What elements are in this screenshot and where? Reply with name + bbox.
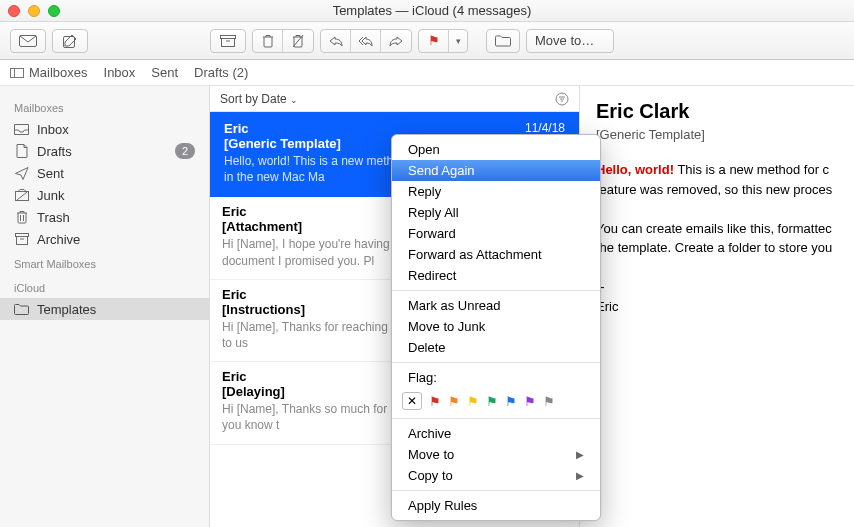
ctx-mark-unread[interactable]: Mark as Unread — [392, 295, 600, 316]
archive-icon — [220, 35, 236, 47]
ctx-move-to[interactable]: Move to▶ — [392, 444, 600, 465]
sort-dropdown[interactable]: Sort by Date ⌄ — [220, 92, 298, 106]
reader-body-text: feature was removed, so this new proces — [596, 182, 832, 197]
flag-dropdown[interactable]: ▾ — [449, 30, 467, 52]
reader-subject: [Generic Template] — [596, 127, 838, 142]
chevron-down-icon: ⌄ — [290, 95, 298, 105]
message-date: 11/4/18 — [525, 121, 565, 135]
forward-button[interactable] — [381, 30, 411, 52]
ctx-flag-purple[interactable]: ⚑ — [524, 394, 536, 409]
sidebar-item-label: Sent — [37, 166, 195, 181]
toolbar: ⚑ ▾ Move to… — [0, 22, 854, 60]
svg-rect-3 — [222, 38, 235, 46]
favorites-bar: Mailboxes Inbox Sent Drafts (2) — [0, 60, 854, 86]
ctx-flag-gray[interactable]: ⚑ — [543, 394, 555, 409]
reader-from: Eric Clark — [596, 100, 838, 123]
sidebar-item-templates[interactable]: Templates — [0, 298, 209, 320]
ctx-flag-red[interactable]: ⚑ — [429, 394, 441, 409]
ctx-archive[interactable]: Archive — [392, 423, 600, 444]
minimize-window-button[interactable] — [28, 5, 40, 17]
sidebar-item-inbox[interactable]: Inbox — [0, 118, 209, 140]
ctx-flag-green[interactable]: ⚑ — [486, 394, 498, 409]
submenu-arrow-icon: ▶ — [576, 449, 584, 460]
filter-button[interactable] — [555, 92, 569, 106]
ctx-label: Forward as Attachment — [408, 247, 542, 262]
sidebar-item-sent[interactable]: Sent — [0, 162, 209, 184]
ctx-label: Delete — [408, 340, 446, 355]
reader-hello: Hello, world! — [596, 162, 674, 177]
ctx-flag-blue[interactable]: ⚑ — [505, 394, 517, 409]
flag-button[interactable]: ⚑ — [419, 30, 449, 52]
ctx-flag-yellow[interactable]: ⚑ — [467, 394, 479, 409]
ctx-flag-clear[interactable]: ✕ — [402, 392, 422, 410]
drafts-badge: 2 — [175, 143, 195, 159]
sidebar-header-mailboxes: Mailboxes — [0, 98, 209, 118]
folder-move-icon — [495, 35, 511, 47]
close-window-button[interactable] — [8, 5, 20, 17]
trash-icon — [262, 34, 274, 48]
envelope-icon — [19, 35, 37, 47]
move-folder-icon-button[interactable] — [486, 29, 520, 53]
sent-icon — [14, 167, 29, 179]
reader-body-text: the template. Create a folder to store y… — [596, 240, 832, 255]
ctx-open[interactable]: Open — [392, 139, 600, 160]
sidebar-toggle-icon — [10, 68, 24, 78]
reader-body-text: You can create emails like this, formatt… — [596, 221, 832, 236]
ctx-label: Reply — [408, 184, 441, 199]
ctx-redirect[interactable]: Redirect — [392, 265, 600, 286]
get-mail-button[interactable] — [10, 29, 46, 53]
reply-icon — [329, 36, 343, 46]
favbar-mailboxes[interactable]: Mailboxes — [10, 65, 88, 80]
sidebar-header-smart: Smart Mailboxes — [0, 254, 209, 274]
flag-group[interactable]: ⚑ ▾ — [418, 29, 468, 53]
reply-all-button[interactable] — [351, 30, 381, 52]
move-to-dropdown[interactable]: Move to… — [526, 29, 614, 53]
ctx-delete[interactable]: Delete — [392, 337, 600, 358]
sidebar-item-trash[interactable]: Trash — [0, 206, 209, 228]
junk-box-icon — [14, 189, 29, 201]
ctx-flag-orange[interactable]: ⚑ — [448, 394, 460, 409]
sidebar-item-label: Junk — [37, 188, 195, 203]
reader-body: Hello, world! This is a new method for c… — [596, 160, 838, 316]
sidebar-item-archive[interactable]: Archive — [0, 228, 209, 250]
reply-group — [320, 29, 412, 53]
ctx-flag-label: Flag: — [392, 367, 600, 388]
favbar-sent[interactable]: Sent — [151, 65, 178, 80]
sidebar-item-label: Drafts — [37, 144, 167, 159]
ctx-reply-all[interactable]: Reply All — [392, 202, 600, 223]
inbox-icon — [14, 123, 29, 135]
ctx-apply-rules[interactable]: Apply Rules — [392, 495, 600, 516]
archive-button[interactable] — [210, 29, 246, 53]
ctx-forward-attachment[interactable]: Forward as Attachment — [392, 244, 600, 265]
reader-body-text: This is a new method for c — [674, 162, 829, 177]
submenu-arrow-icon: ▶ — [576, 470, 584, 481]
move-to-label: Move to… — [535, 33, 594, 48]
favbar-drafts[interactable]: Drafts (2) — [194, 65, 248, 80]
delete-button[interactable] — [253, 30, 283, 52]
sidebar-item-label: Templates — [37, 302, 195, 317]
ctx-forward[interactable]: Forward — [392, 223, 600, 244]
sidebar-item-drafts[interactable]: Drafts 2 — [0, 140, 209, 162]
x-icon: ✕ — [407, 394, 417, 408]
reply-all-icon — [358, 36, 374, 46]
ctx-separator — [392, 362, 600, 363]
folder-icon — [14, 303, 29, 315]
ctx-label: Flag: — [408, 370, 437, 385]
ctx-send-again[interactable]: Send Again — [392, 160, 600, 181]
archive-box-icon — [14, 233, 29, 245]
favbar-inbox[interactable]: Inbox — [104, 65, 136, 80]
junk-button[interactable] — [283, 30, 313, 52]
trash-icon — [14, 211, 29, 223]
ctx-label: Reply All — [408, 205, 459, 220]
zoom-window-button[interactable] — [48, 5, 60, 17]
compose-button[interactable] — [52, 29, 88, 53]
compose-icon — [63, 34, 77, 48]
ctx-copy-to[interactable]: Copy to▶ — [392, 465, 600, 486]
ctx-move-junk[interactable]: Move to Junk — [392, 316, 600, 337]
svg-rect-6 — [11, 68, 24, 77]
ctx-reply[interactable]: Reply — [392, 181, 600, 202]
ctx-flag-row: ✕ ⚑ ⚑ ⚑ ⚑ ⚑ ⚑ ⚑ — [392, 388, 600, 414]
sidebar-item-junk[interactable]: Junk — [0, 184, 209, 206]
reply-button[interactable] — [321, 30, 351, 52]
sidebar-item-label: Archive — [37, 232, 195, 247]
